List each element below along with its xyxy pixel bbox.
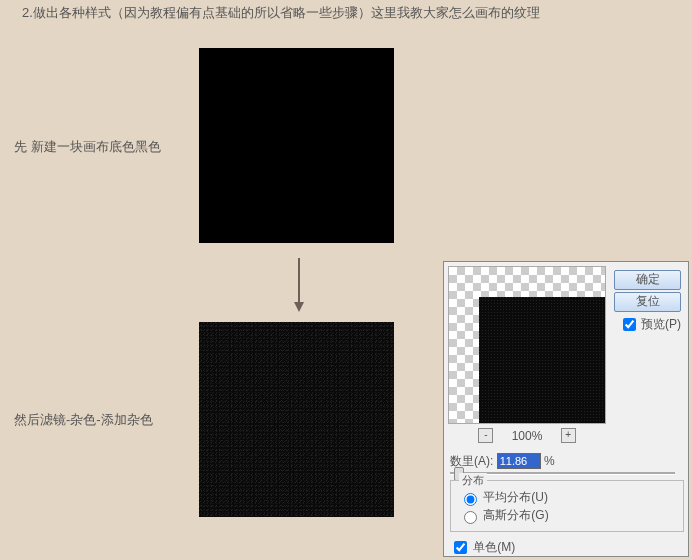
preview-checkbox-row: 预览(P) bbox=[619, 315, 681, 334]
uniform-radio[interactable] bbox=[464, 493, 477, 506]
zoom-out-button[interactable]: - bbox=[478, 428, 493, 443]
gaussian-label: 高斯分布(G) bbox=[483, 508, 548, 522]
zoom-controls: - 100% + bbox=[448, 428, 606, 443]
preview-image bbox=[479, 297, 605, 423]
preview-checkbox-label: 预览(P) bbox=[641, 317, 681, 331]
black-canvas-initial bbox=[199, 48, 394, 243]
distribution-group: 分布 平均分布(U) 高斯分布(G) bbox=[450, 480, 684, 532]
step1-label: 先 新建一块画布底色黑色 bbox=[14, 138, 161, 156]
amount-label: 数里(A): bbox=[450, 454, 493, 468]
arrow-down-icon bbox=[294, 258, 304, 313]
gaussian-option[interactable]: 高斯分布(G) bbox=[459, 507, 549, 524]
step2-label: 然后滤镜-杂色-添加杂色 bbox=[14, 411, 153, 429]
monochrome-row: 单色(M) bbox=[450, 538, 515, 557]
amount-unit: % bbox=[544, 454, 555, 468]
add-noise-dialog: - 100% + 确定 复位 预览(P) 数里(A): % 分布 平均分布(U)… bbox=[443, 261, 689, 557]
ok-button[interactable]: 确定 bbox=[614, 270, 681, 290]
gaussian-radio[interactable] bbox=[464, 511, 477, 524]
zoom-in-button[interactable]: + bbox=[561, 428, 576, 443]
preview-area[interactable] bbox=[448, 266, 606, 424]
zoom-percent: 100% bbox=[512, 429, 543, 443]
monochrome-label: 单色(M) bbox=[473, 540, 515, 554]
uniform-option[interactable]: 平均分布(U) bbox=[459, 489, 548, 506]
preview-checkbox[interactable] bbox=[623, 318, 636, 331]
tutorial-title: 2.做出各种样式（因为教程偏有点基础的所以省略一些步骤）这里我教大家怎么画布的纹… bbox=[22, 4, 540, 22]
amount-row: 数里(A): % bbox=[450, 453, 555, 470]
noise-canvas-result bbox=[199, 322, 394, 517]
reset-button[interactable]: 复位 bbox=[614, 292, 681, 312]
distribution-legend: 分布 bbox=[459, 473, 487, 488]
amount-input[interactable] bbox=[497, 453, 541, 469]
monochrome-checkbox[interactable] bbox=[454, 541, 467, 554]
uniform-label: 平均分布(U) bbox=[483, 490, 548, 504]
